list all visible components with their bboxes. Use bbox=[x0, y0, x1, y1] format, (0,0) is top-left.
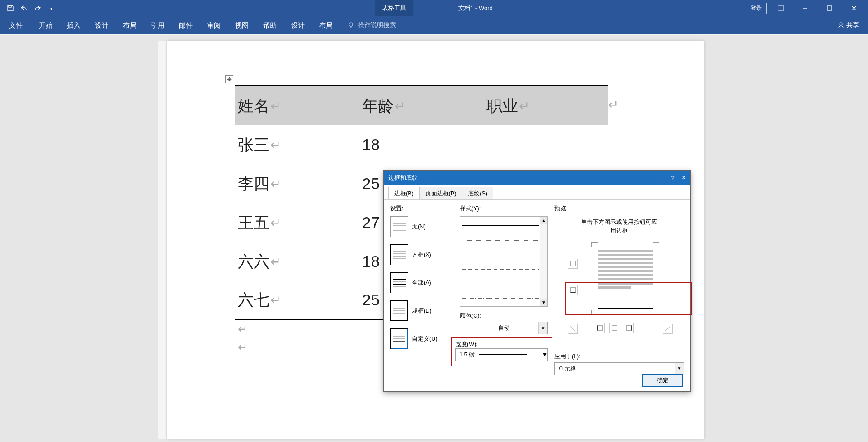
tab-home[interactable]: 开始 bbox=[32, 16, 60, 34]
width-combobox[interactable]: 1.5 磅 ▼ bbox=[455, 348, 548, 361]
style-dotted[interactable] bbox=[462, 233, 539, 247]
svg-point-5 bbox=[840, 23, 842, 25]
table-row[interactable]: 张三↵ 18 bbox=[235, 125, 608, 164]
redo-icon[interactable] bbox=[33, 4, 42, 12]
style-solid[interactable] bbox=[462, 219, 539, 233]
share-icon bbox=[837, 22, 844, 29]
dialog-help-icon[interactable]: ? bbox=[671, 175, 674, 181]
document-title: 文档1 - Word bbox=[458, 4, 493, 12]
svg-rect-3 bbox=[827, 6, 832, 10]
style-long-dash[interactable] bbox=[462, 276, 539, 291]
svg-rect-1 bbox=[778, 5, 783, 11]
setting-custom-label: 自定义(U) bbox=[412, 335, 437, 343]
title-bar: ▾ 表格工具 文档1 - Word 登录 bbox=[0, 0, 868, 16]
close-icon[interactable] bbox=[844, 0, 864, 16]
style-scrollbar[interactable]: ▲ ▼ bbox=[540, 217, 547, 306]
border-right-button[interactable] bbox=[624, 323, 634, 333]
dialog-footer: 确定 bbox=[642, 374, 683, 387]
table-header-row[interactable]: 姓名↵ 年龄↵ 职业↵ ↵ bbox=[235, 85, 608, 125]
header-cell-age[interactable]: 年龄↵ bbox=[359, 86, 484, 125]
color-value: 自动 bbox=[498, 324, 510, 332]
tab-references[interactable]: 引用 bbox=[144, 16, 172, 34]
setting-none[interactable]: 无(N) bbox=[390, 216, 453, 237]
style-column: 样式(Y): ▲ ▼ 颜色(C): 自动 bbox=[460, 205, 548, 387]
cell-name[interactable]: 李四↵ bbox=[235, 164, 359, 203]
tab-table-layout[interactable]: 布局 bbox=[312, 16, 340, 34]
undo-icon[interactable] bbox=[20, 4, 28, 12]
preview-frame bbox=[554, 241, 684, 331]
setting-column: 设置: 无(N) 方框(X) 全部(A) 虚框(D) bbox=[390, 205, 453, 387]
dropdown-icon[interactable]: ▼ bbox=[675, 363, 684, 375]
preview-hint: 单击下方图示或使用按钮可应用边框 bbox=[554, 218, 684, 235]
setting-label: 设置: bbox=[390, 205, 453, 213]
scroll-down-icon[interactable]: ▼ bbox=[540, 299, 547, 306]
width-value: 1.5 磅 bbox=[459, 351, 475, 359]
scroll-up-icon[interactable]: ▲ bbox=[540, 217, 547, 224]
tab-help[interactable]: 帮助 bbox=[256, 16, 284, 34]
cell-age[interactable]: 18 bbox=[359, 125, 484, 164]
save-icon[interactable] bbox=[6, 4, 14, 12]
svg-rect-0 bbox=[9, 5, 11, 7]
cell-job[interactable] bbox=[484, 125, 608, 164]
style-dash[interactable] bbox=[462, 262, 539, 276]
maximize-icon[interactable] bbox=[819, 0, 840, 16]
setting-custom[interactable]: 自定义(U) bbox=[390, 328, 453, 349]
dropdown-icon[interactable]: ▼ bbox=[542, 352, 547, 358]
tab-table-design[interactable]: 设计 bbox=[284, 16, 312, 34]
qat-customize-icon[interactable]: ▾ bbox=[47, 4, 55, 12]
color-combobox[interactable]: 自动 ▼ bbox=[460, 322, 548, 334]
apply-to-group: 应用于(L): 单元格 ▼ bbox=[554, 347, 684, 375]
setting-box[interactable]: 方框(X) bbox=[390, 244, 453, 265]
login-button[interactable]: 登录 bbox=[746, 3, 767, 14]
tab-shading[interactable]: 底纹(S) bbox=[462, 187, 493, 199]
setting-grid-label: 虚框(D) bbox=[412, 307, 431, 315]
dialog-title-bar[interactable]: 边框和底纹 ? × bbox=[384, 171, 690, 185]
border-top-button[interactable] bbox=[568, 259, 578, 269]
style-dash-dot[interactable] bbox=[462, 291, 539, 305]
width-highlight-box: 宽度(W): 1.5 磅 ▼ bbox=[451, 337, 552, 366]
tab-design[interactable]: 设计 bbox=[88, 16, 116, 34]
tab-mailings[interactable]: 邮件 bbox=[172, 16, 200, 34]
setting-all-label: 全部(A) bbox=[412, 279, 431, 287]
border-vmid-button[interactable] bbox=[609, 323, 619, 333]
cell-name[interactable]: 王五↵ bbox=[235, 203, 359, 242]
width-label: 宽度(W): bbox=[455, 341, 548, 348]
color-label: 颜色(C): bbox=[460, 312, 548, 320]
dialog-close-icon[interactable]: × bbox=[682, 174, 686, 182]
cell-name[interactable]: 六七↵ bbox=[235, 281, 359, 320]
style-listbox[interactable]: ▲ ▼ bbox=[460, 216, 548, 307]
border-left-button[interactable] bbox=[595, 323, 605, 333]
border-diag-down-button[interactable] bbox=[568, 324, 578, 334]
ribbon-display-options-icon[interactable] bbox=[770, 0, 791, 16]
header-cell-job[interactable]: 职业↵ bbox=[484, 86, 608, 125]
dialog-tabs: 边框(B) 页面边框(P) 底纹(S) bbox=[384, 185, 690, 200]
ok-button[interactable]: 确定 bbox=[642, 374, 683, 387]
border-diag-up-button[interactable] bbox=[663, 324, 673, 334]
tab-border[interactable]: 边框(B) bbox=[388, 187, 420, 199]
borders-shading-dialog: 边框和底纹 ? × 边框(B) 页面边框(P) 底纹(S) 设置: 无(N) bbox=[383, 170, 691, 392]
tab-view[interactable]: 视图 bbox=[228, 16, 256, 34]
header-cell-name[interactable]: 姓名↵ bbox=[235, 86, 359, 125]
setting-none-label: 无(N) bbox=[412, 223, 425, 231]
share-label: 共享 bbox=[846, 21, 859, 29]
tab-file[interactable]: 文件 bbox=[0, 16, 32, 34]
table-tools-context-label: 表格工具 bbox=[375, 0, 413, 16]
tab-review[interactable]: 审阅 bbox=[200, 16, 228, 34]
cell-name[interactable]: 张三↵ bbox=[235, 125, 359, 164]
svg-point-4 bbox=[349, 23, 353, 26]
share-button[interactable]: 共享 bbox=[837, 16, 868, 34]
apply-to-combobox[interactable]: 单元格 ▼ bbox=[554, 362, 684, 375]
table-move-handle-icon[interactable]: ✥ bbox=[225, 75, 233, 83]
cell-name[interactable]: 六六↵ bbox=[235, 242, 359, 281]
tell-me-search[interactable]: 操作说明搜索 bbox=[347, 16, 396, 34]
tab-insert[interactable]: 插入 bbox=[60, 16, 88, 34]
style-sparse-dash[interactable] bbox=[462, 247, 539, 262]
setting-all[interactable]: 全部(A) bbox=[390, 272, 453, 293]
setting-box-label: 方框(X) bbox=[412, 251, 431, 259]
dropdown-icon[interactable]: ▼ bbox=[538, 322, 547, 334]
ribbon-tabs: 文件 开始 插入 设计 布局 引用 邮件 审阅 视图 帮助 设计 布局 操作说明… bbox=[0, 16, 868, 34]
tab-page-border[interactable]: 页面边框(P) bbox=[420, 187, 462, 199]
minimize-icon[interactable] bbox=[795, 0, 816, 16]
tab-layout[interactable]: 布局 bbox=[116, 16, 144, 34]
setting-grid[interactable]: 虚框(D) bbox=[390, 300, 453, 321]
